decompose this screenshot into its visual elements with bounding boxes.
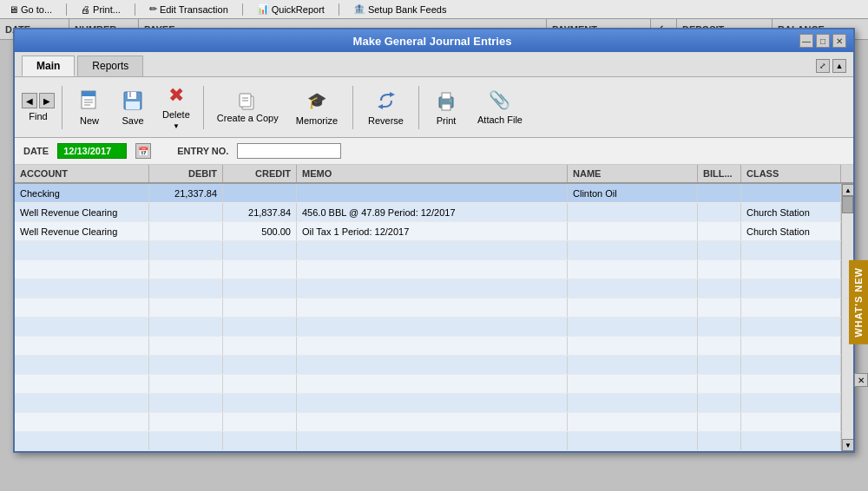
credit-cell[interactable]: 500.00 xyxy=(223,222,297,240)
class-cell[interactable] xyxy=(741,184,841,202)
class-cell[interactable] xyxy=(741,337,841,355)
memo-cell[interactable] xyxy=(297,298,568,317)
close-button[interactable]: ✕ xyxy=(832,34,846,48)
delete-button[interactable]: ✖ Delete ▼ xyxy=(156,80,196,134)
account-cell[interactable] xyxy=(15,241,149,259)
account-cell[interactable] xyxy=(15,298,149,317)
name-cell[interactable] xyxy=(568,298,698,317)
debit-cell[interactable] xyxy=(149,356,223,374)
name-cell[interactable] xyxy=(568,222,698,240)
edit-transaction-button[interactable]: ✏ Edit Transaction xyxy=(144,2,233,16)
memo-cell[interactable] xyxy=(297,279,568,298)
credit-cell[interactable] xyxy=(223,184,297,202)
memo-cell[interactable] xyxy=(297,394,568,412)
name-cell[interactable] xyxy=(568,413,698,431)
table-row[interactable] xyxy=(15,279,841,298)
class-cell[interactable] xyxy=(741,356,841,374)
memo-cell[interactable] xyxy=(297,413,568,431)
bill-cell[interactable] xyxy=(698,337,741,355)
tab-main[interactable]: Main xyxy=(22,56,75,76)
date-input[interactable] xyxy=(57,143,127,159)
memo-cell[interactable] xyxy=(297,356,568,374)
debit-cell[interactable] xyxy=(149,241,223,259)
memo-cell[interactable] xyxy=(297,375,568,393)
account-cell[interactable]: Well Revenue Clearing xyxy=(15,222,149,240)
memo-cell[interactable] xyxy=(297,184,568,202)
name-cell[interactable] xyxy=(568,318,698,336)
account-cell[interactable]: Well Revenue Clearing xyxy=(15,203,149,221)
expand-button[interactable]: ⤢ xyxy=(816,59,830,73)
name-cell[interactable] xyxy=(568,260,698,278)
table-row[interactable] xyxy=(15,375,841,394)
memo-cell[interactable]: 456.0 BBL @ 47.89 Period: 12/2017 xyxy=(297,203,568,221)
debit-cell[interactable] xyxy=(149,279,223,298)
table-row[interactable] xyxy=(15,241,841,260)
class-cell[interactable] xyxy=(741,413,841,431)
account-cell[interactable] xyxy=(15,279,149,298)
bill-cell[interactable] xyxy=(698,394,741,412)
tab-reports[interactable]: Reports xyxy=(77,56,143,76)
bill-cell[interactable] xyxy=(698,222,741,240)
reverse-button[interactable]: Reverse xyxy=(360,84,411,130)
memo-cell[interactable] xyxy=(297,318,568,336)
table-row[interactable] xyxy=(15,298,841,318)
credit-cell[interactable] xyxy=(223,394,297,412)
account-cell[interactable] xyxy=(15,432,149,450)
debit-cell[interactable] xyxy=(149,222,223,240)
scroll-up-button[interactable]: ▲ xyxy=(842,184,853,196)
class-cell[interactable] xyxy=(741,318,841,336)
class-cell[interactable] xyxy=(741,432,841,450)
memo-cell[interactable]: Oil Tax 1 Period: 12/2017 xyxy=(297,222,568,240)
credit-cell[interactable] xyxy=(223,279,297,298)
class-cell[interactable]: Church Station xyxy=(741,203,841,221)
credit-cell[interactable] xyxy=(223,375,297,393)
calendar-button[interactable]: 📅 xyxy=(135,143,151,159)
name-cell[interactable] xyxy=(568,432,698,450)
account-cell[interactable]: Checking xyxy=(15,184,149,202)
bill-cell[interactable] xyxy=(698,318,741,336)
bill-cell[interactable] xyxy=(698,375,741,393)
find-next-button[interactable]: ▶ xyxy=(39,93,55,108)
credit-cell[interactable] xyxy=(223,337,297,355)
memo-cell[interactable] xyxy=(297,260,568,278)
table-row[interactable] xyxy=(15,318,841,337)
debit-cell[interactable] xyxy=(149,337,223,355)
bill-cell[interactable] xyxy=(698,241,741,259)
name-cell[interactable]: Clinton Oil xyxy=(568,184,698,202)
table-row[interactable] xyxy=(15,337,841,356)
table-row[interactable] xyxy=(15,394,841,413)
account-cell[interactable] xyxy=(15,375,149,393)
find-prev-button[interactable]: ◀ xyxy=(22,93,37,108)
memo-cell[interactable] xyxy=(297,337,568,355)
bill-cell[interactable] xyxy=(698,184,741,202)
credit-cell[interactable] xyxy=(223,241,297,259)
memorize-button[interactable]: 🎓 Memorize xyxy=(288,84,345,130)
whats-new-close-button[interactable]: ✕ xyxy=(854,373,868,387)
table-row[interactable]: Well Revenue Clearing21,837.84456.0 BBL … xyxy=(15,203,841,222)
print-button[interactable]: 🖨 Print... xyxy=(76,3,126,16)
class-cell[interactable]: Church Station xyxy=(741,222,841,240)
class-cell[interactable] xyxy=(741,298,841,317)
credit-cell[interactable] xyxy=(223,432,297,450)
whats-new-banner[interactable]: WHAT'S NEW xyxy=(849,260,868,344)
account-cell[interactable] xyxy=(15,356,149,374)
quickreport-button[interactable]: 📊 QuickReport xyxy=(252,2,330,16)
name-cell[interactable] xyxy=(568,279,698,298)
debit-cell[interactable]: 21,337.84 xyxy=(149,184,223,202)
bill-cell[interactable] xyxy=(698,260,741,278)
name-cell[interactable] xyxy=(568,375,698,393)
class-cell[interactable] xyxy=(741,394,841,412)
bill-cell[interactable] xyxy=(698,203,741,221)
bill-cell[interactable] xyxy=(698,279,741,298)
credit-cell[interactable] xyxy=(223,413,297,431)
name-cell[interactable] xyxy=(568,394,698,412)
bill-cell[interactable] xyxy=(698,413,741,431)
credit-cell[interactable] xyxy=(223,260,297,278)
create-copy-button[interactable]: Create a Copy xyxy=(211,88,285,128)
minimize-button[interactable]: — xyxy=(799,34,813,48)
new-button[interactable]: New xyxy=(69,84,109,130)
credit-cell[interactable]: 21,837.84 xyxy=(223,203,297,221)
collapse-button[interactable]: ▲ xyxy=(832,59,846,73)
credit-cell[interactable] xyxy=(223,356,297,374)
memo-cell[interactable] xyxy=(297,432,568,450)
